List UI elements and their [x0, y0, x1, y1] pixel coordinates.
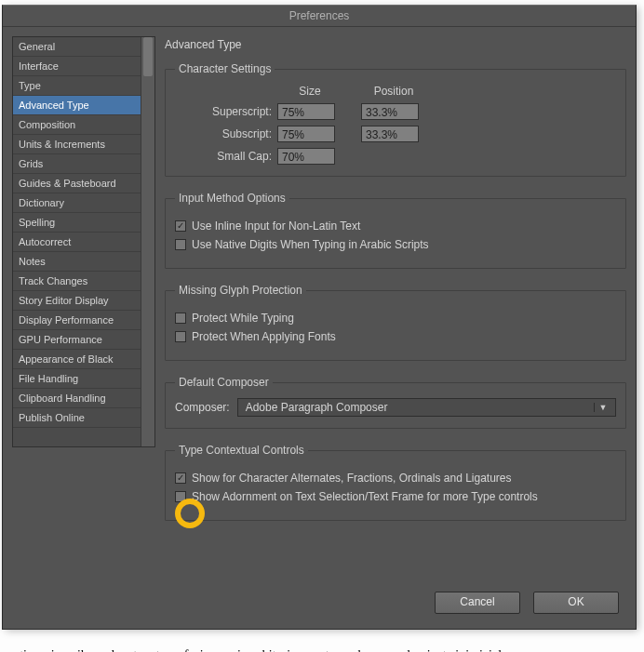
sidebar-item-clipboard-handling[interactable]: Clipboard Handling	[13, 389, 141, 408]
chevron-down-icon: ▼	[594, 403, 611, 412]
character-settings-group: Character Settings Size Position Supersc…	[165, 62, 626, 177]
preferences-dialog: Preferences GeneralInterfaceTypeAdvanced…	[2, 5, 637, 630]
main-panel: Advanced Type Character Settings Size Po…	[165, 36, 626, 592]
superscript-size-input[interactable]: 75%	[277, 103, 335, 120]
subscript-position-input[interactable]: 33.3%	[361, 126, 419, 142]
show-adornment-label: Show Adornment on Text Selection/Text Fr…	[192, 490, 538, 503]
sidebar-item-track-changes[interactable]: Track Changes	[13, 272, 141, 291]
protect-fonts-checkbox[interactable]	[175, 331, 186, 342]
protect-typing-label: Protect While Typing	[192, 312, 294, 325]
sidebar-item-advanced-type[interactable]: Advanced Type	[13, 96, 141, 115]
native-digits-label: Use Native Digits When Typing in Arabic …	[192, 238, 429, 251]
dialog-title: Preferences	[3, 6, 636, 27]
missing-glyph-group: Missing Glyph Protection Protect While T…	[165, 284, 626, 361]
show-alternates-checkbox[interactable]	[175, 472, 186, 484]
sidebar-item-autocorrect[interactable]: Autocorrect	[13, 233, 141, 252]
smallcap-size-input[interactable]: 70%	[277, 148, 335, 165]
panel-title: Advanced Type	[165, 38, 626, 51]
sidebar-item-display-performance[interactable]: Display Performance	[13, 311, 141, 330]
sidebar-item-appearance-of-black[interactable]: Appearance of Black	[13, 350, 141, 369]
group-legend: Input Method Options	[175, 192, 289, 205]
superscript-position-input[interactable]: 33.3%	[361, 103, 419, 120]
protect-fonts-label: Protect When Applying Fonts	[192, 330, 336, 343]
native-digits-checkbox[interactable]	[175, 239, 186, 250]
sidebar-item-gpu-performance[interactable]: GPU Performance	[13, 330, 141, 350]
sidebar-item-units-increments[interactable]: Units & Increments	[13, 135, 141, 154]
group-legend: Missing Glyph Protection	[175, 284, 306, 297]
composer-value: Adobe Paragraph Composer	[246, 401, 388, 414]
sidebar-item-file-handling[interactable]: File Handling	[13, 369, 141, 389]
composer-label: Composer:	[175, 401, 230, 414]
sidebar-item-spelling[interactable]: Spelling	[13, 213, 141, 233]
group-legend: Default Composer	[175, 376, 273, 389]
smallcap-label: Small Cap:	[175, 150, 277, 163]
sidebar-item-composition[interactable]: Composition	[13, 115, 141, 135]
protect-typing-checkbox[interactable]	[175, 313, 186, 324]
type-contextual-group: Type Contextual Controls Show for Charac…	[165, 444, 626, 521]
group-legend: Type Contextual Controls	[175, 444, 308, 457]
sidebar-item-type[interactable]: Type	[13, 76, 141, 96]
superscript-label: Superscript:	[175, 105, 277, 118]
default-composer-group: Default Composer Composer: Adobe Paragra…	[165, 376, 626, 429]
sidebar-scrollbar[interactable]	[141, 37, 154, 446]
ok-button[interactable]: OK	[533, 592, 619, 614]
position-column-header: Position	[361, 85, 426, 98]
category-list: GeneralInterfaceTypeAdvanced TypeComposi…	[12, 36, 155, 447]
sidebar-item-dictionary[interactable]: Dictionary	[13, 193, 141, 213]
size-column-header: Size	[277, 85, 342, 98]
sidebar-item-notes[interactable]: Notes	[13, 252, 141, 272]
sidebar-item-story-editor-display[interactable]: Story Editor Display	[13, 291, 141, 311]
subscript-size-input[interactable]: 75%	[277, 126, 335, 142]
show-alternates-label: Show for Character Alternates, Fractions…	[192, 472, 512, 485]
subscript-label: Subscript:	[175, 127, 277, 140]
sidebar-item-general[interactable]: General	[13, 37, 141, 57]
sidebar-item-grids[interactable]: Grids	[13, 154, 141, 174]
group-legend: Character Settings	[175, 62, 275, 75]
dialog-footer: Cancel OK	[3, 592, 636, 629]
cancel-button[interactable]: Cancel	[435, 592, 520, 614]
sidebar-item-interface[interactable]: Interface	[13, 57, 141, 76]
composer-select[interactable]: Adobe Paragraph Composer ▼	[237, 398, 616, 417]
scrollbar-thumb[interactable]	[143, 37, 153, 76]
inline-input-checkbox[interactable]	[175, 220, 186, 232]
input-method-group: Input Method Options Use Inline Input fo…	[165, 192, 626, 269]
inline-input-label: Use Inline Input for Non-Latin Text	[192, 220, 360, 233]
sidebar-item-publish-online[interactable]: Publish Online	[13, 408, 141, 428]
sidebar-item-guides-pasteboard[interactable]: Guides & Pasteboard	[13, 174, 141, 193]
show-adornment-checkbox[interactable]	[175, 491, 186, 502]
